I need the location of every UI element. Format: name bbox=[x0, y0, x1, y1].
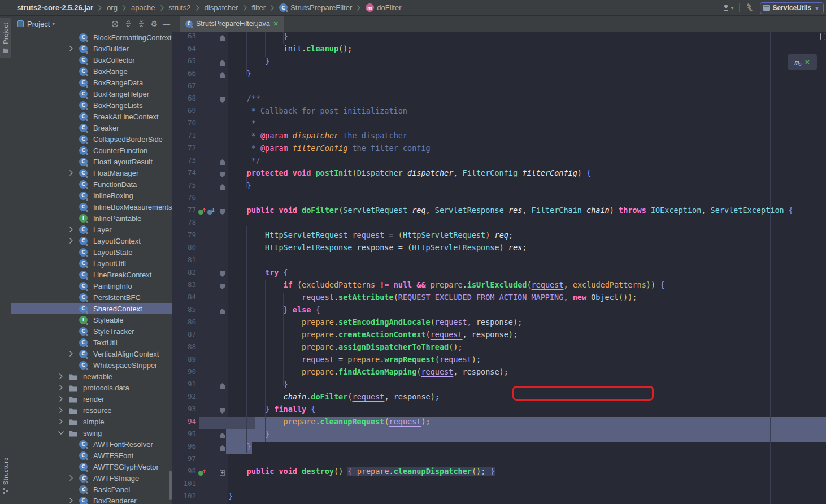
code-line-88[interactable]: prepare.assignDispatcherToThread(); bbox=[228, 342, 826, 355]
tree-item-newtable[interactable]: newtable bbox=[11, 371, 172, 382]
code-line-93[interactable]: } finally { bbox=[228, 405, 826, 417]
fold-marker[interactable] bbox=[220, 271, 225, 277]
tree-item-boxrangelists[interactable]: CBoxRangeLists bbox=[11, 99, 172, 111]
tree-item-awtfsimage[interactable]: CAWTFSImage bbox=[11, 472, 172, 484]
code-line-76[interactable] bbox=[228, 193, 826, 206]
implemented-method-icon[interactable]: ↓ bbox=[207, 208, 215, 215]
settings-gear-icon[interactable]: ⚙ bbox=[150, 20, 158, 28]
fold-marker[interactable] bbox=[220, 383, 225, 389]
tree-item-collapsedborderside[interactable]: CCollapsedBorderSide bbox=[11, 133, 172, 145]
overrides-method-icon[interactable]: ↑ bbox=[198, 470, 206, 476]
code-line-82[interactable]: try { bbox=[228, 268, 826, 280]
chevron-collapsed-icon[interactable] bbox=[59, 418, 64, 425]
code-line-79[interactable]: HttpServletRequest request = (HttpServle… bbox=[228, 231, 826, 243]
code-line-90[interactable]: prepare.findActionMapping(request, respo… bbox=[228, 367, 826, 380]
tree-item-floatmanager[interactable]: CFloatManager bbox=[11, 167, 172, 179]
code-line-86[interactable]: prepare.setEncodingAndLocale(request, re… bbox=[228, 318, 826, 330]
run-configuration-select[interactable]: ServiceUtils ▼ bbox=[760, 2, 824, 14]
expand-all-icon[interactable] bbox=[124, 20, 132, 28]
fold-marker[interactable] bbox=[220, 35, 225, 41]
tree-item-textutil[interactable]: CTextUtil bbox=[11, 337, 172, 348]
tree-item-verticalaligncontext[interactable]: CVerticalAlignContext bbox=[11, 348, 172, 359]
tree-item-styletracker[interactable]: CStyleTracker bbox=[11, 325, 172, 337]
tree-item-sharedcontext[interactable]: CSharedContext bbox=[11, 303, 172, 314]
code-editor[interactable]: 636465666768697071727374757677↑↓78798081… bbox=[172, 32, 826, 504]
build-hammer-icon[interactable] bbox=[745, 3, 754, 12]
fold-marker[interactable] bbox=[220, 72, 225, 78]
tree-item-basicpanel[interactable]: CBasicPanel bbox=[11, 484, 172, 495]
tree-item-boxrenderer[interactable]: CBoxRenderer bbox=[11, 495, 172, 504]
tree-item-floatlayoutresult[interactable]: CFloatLayoutResult bbox=[11, 156, 172, 167]
code-line-97[interactable] bbox=[228, 454, 826, 467]
tree-item-styleable[interactable]: IStyleable bbox=[11, 314, 172, 325]
tree-scrollbar[interactable] bbox=[169, 471, 172, 500]
tree-item-boxcollector[interactable]: CBoxCollector bbox=[11, 54, 172, 66]
fold-marker[interactable] bbox=[220, 284, 225, 289]
breadcrumb-item[interactable]: struts2-core-2.5.26.jar bbox=[17, 3, 93, 12]
code-line-89[interactable]: request = prepare.wrapRequest(request); bbox=[228, 355, 826, 367]
tree-item-awtfsfont[interactable]: CAWTFSFont bbox=[11, 450, 172, 461]
tree-item-awtfsglyphvector[interactable]: CAWTFSGlyphVector bbox=[11, 461, 172, 472]
code-line-84[interactable]: request.setAttribute(REQUEST_EXCLUDED_FR… bbox=[228, 293, 826, 305]
locate-file-icon[interactable] bbox=[111, 20, 119, 28]
project-panel-title[interactable]: Project bbox=[27, 20, 50, 28]
tree-item-simple[interactable]: simple bbox=[11, 416, 172, 427]
code-line-78[interactable] bbox=[228, 218, 826, 231]
breadcrumb-item[interactable]: struts2 bbox=[169, 3, 191, 12]
breadcrumb-item[interactable]: filter bbox=[252, 3, 266, 12]
overrides-method-icon[interactable]: ↑ bbox=[198, 208, 206, 215]
fold-marker[interactable] bbox=[220, 309, 225, 314]
code-line-92[interactable]: chain.doFilter(request, response); bbox=[228, 392, 826, 405]
tree-item-blockformattingcontext[interactable]: CBlockFormattingContext bbox=[11, 32, 172, 43]
tree-item-linebreakcontext[interactable]: CLineBreakContext bbox=[11, 269, 172, 280]
tree-item-layer[interactable]: CLayer bbox=[11, 224, 172, 235]
tree-item-awtfontresolver[interactable]: CAWTFontResolver bbox=[11, 438, 172, 450]
code-line-67[interactable] bbox=[228, 81, 826, 94]
code-line-95[interactable]: } bbox=[228, 429, 826, 442]
code-line-68[interactable]: /** bbox=[228, 94, 826, 106]
code-line-96[interactable]: } bbox=[228, 442, 826, 454]
fold-marker[interactable] bbox=[220, 433, 225, 438]
tree-item-inlineboxmeasurements[interactable]: CInlineBoxMeasurements bbox=[11, 201, 172, 212]
code-line-66[interactable]: } bbox=[228, 69, 826, 81]
code-line-72[interactable]: * @param filterConfig the filter config bbox=[228, 144, 826, 156]
code-line-101[interactable] bbox=[228, 479, 826, 492]
fold-marker[interactable] bbox=[220, 159, 225, 165]
chevron-collapsed-icon[interactable] bbox=[69, 170, 75, 176]
tree-item-layoutcontext[interactable]: CLayoutContext bbox=[11, 235, 172, 246]
tree-item-counterfunction[interactable]: CCounterFunction bbox=[11, 145, 172, 156]
code-line-75[interactable]: } bbox=[228, 181, 826, 193]
breadcrumb-item[interactable]: apache bbox=[131, 3, 155, 12]
fold-marker[interactable]: + bbox=[220, 470, 225, 476]
code-line-73[interactable]: */ bbox=[228, 156, 826, 168]
code-line-98[interactable]: public void destroy() { prepare.cleanupD… bbox=[228, 467, 826, 479]
tree-item-breaker[interactable]: CBreaker bbox=[11, 122, 172, 133]
tree-item-inlineboxing[interactable]: CInlineBoxing bbox=[11, 190, 172, 201]
tab-strutspreparefilter[interactable]: C StrutsPrepareFilter.java ✕ bbox=[180, 16, 284, 32]
chevron-collapsed-icon[interactable] bbox=[69, 237, 75, 244]
breadcrumb-item[interactable]: mdoFilter bbox=[366, 3, 401, 12]
close-icon[interactable]: ✕ bbox=[805, 59, 810, 66]
fold-marker[interactable] bbox=[220, 60, 225, 66]
code-line-80[interactable]: HttpServletResponse response = (HttpServ… bbox=[228, 243, 826, 255]
code-line-102[interactable]: } bbox=[228, 492, 826, 504]
fold-marker[interactable] bbox=[220, 445, 225, 451]
breadcrumb-item[interactable]: org bbox=[107, 3, 118, 12]
chevron-collapsed-icon[interactable] bbox=[69, 45, 75, 52]
close-icon[interactable]: ✕ bbox=[273, 20, 279, 28]
hide-panel-icon[interactable]: — bbox=[163, 20, 170, 28]
breadcrumb-item[interactable]: dispatcher bbox=[205, 3, 238, 12]
code-line-87[interactable]: prepare.createActionContext(request, res… bbox=[228, 330, 826, 342]
fold-marker[interactable] bbox=[220, 97, 225, 103]
code-line-94[interactable]: prepare.cleanupRequest(request); bbox=[228, 417, 826, 429]
code-line-74[interactable]: protected void postInit(Dispatcher dispa… bbox=[228, 168, 826, 181]
fold-marker[interactable] bbox=[220, 184, 225, 190]
tree-item-layoututil[interactable]: CLayoutUtil bbox=[11, 258, 172, 269]
code-line-65[interactable]: } bbox=[228, 57, 826, 69]
tree-item-layoutstate[interactable]: CLayoutState bbox=[11, 246, 172, 258]
tree-item-protocols.data[interactable]: protocols.data bbox=[11, 382, 172, 393]
user-icon[interactable]: ▾ bbox=[722, 4, 734, 12]
tree-item-inlinepaintable[interactable]: IInlinePaintable bbox=[11, 212, 172, 224]
tree-item-breakatlinecontext[interactable]: CBreakAtLineContext bbox=[11, 111, 172, 122]
code-line-71[interactable]: * @param dispatcher the dispatcher bbox=[228, 131, 826, 144]
